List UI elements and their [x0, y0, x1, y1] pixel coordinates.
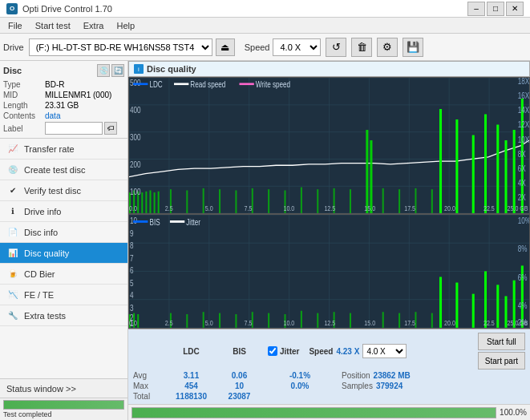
- svg-text:17.5: 17.5: [404, 205, 415, 213]
- svg-text:15.0: 15.0: [364, 318, 375, 327]
- save-button[interactable]: 💾: [403, 38, 423, 57]
- total-label: Total: [133, 392, 165, 401]
- refresh-button[interactable]: ↺: [326, 38, 346, 57]
- maximize-button[interactable]: □: [487, 2, 504, 16]
- speed-header-area: Speed 4.23 X: [309, 347, 359, 356]
- svg-rect-31: [484, 115, 487, 214]
- avg-jitter: -0.1%: [268, 371, 332, 380]
- nav-transfer-rate[interactable]: 📈 Transfer rate: [0, 139, 127, 160]
- svg-text:6%: 6%: [518, 273, 528, 283]
- svg-text:6X: 6X: [518, 164, 527, 173]
- svg-text:9: 9: [130, 228, 134, 239]
- svg-text:5: 5: [130, 278, 134, 289]
- progress-bar-outer: [131, 407, 496, 418]
- svg-rect-48: [382, 188, 384, 213]
- menu-extra[interactable]: Extra: [79, 19, 109, 32]
- svg-rect-51: [431, 189, 433, 213]
- position-value: 23862 MB: [374, 371, 411, 380]
- start-part-button[interactable]: Start part: [478, 352, 525, 370]
- disc-header: Disc 💿 🔄: [3, 64, 124, 77]
- svg-rect-33: [504, 140, 507, 213]
- minimize-button[interactable]: –: [467, 2, 485, 16]
- nav-disc-quality[interactable]: 📊 Disc quality: [0, 243, 127, 264]
- svg-text:20.0: 20.0: [444, 318, 455, 327]
- disc-icon-1[interactable]: 💿: [97, 64, 110, 77]
- svg-text:Read speed: Read speed: [190, 80, 225, 89]
- title-bar: O Opti Drive Control 1.70 – □ ✕: [0, 0, 530, 18]
- settings-button[interactable]: ⚙: [377, 38, 398, 57]
- nav-drive-info[interactable]: ℹ Drive info: [0, 201, 127, 222]
- svg-rect-110: [317, 313, 318, 328]
- svg-text:17.5: 17.5: [404, 318, 415, 327]
- svg-rect-23: [149, 190, 151, 213]
- nav-extra-tests[interactable]: 🔧 Extra tests: [0, 305, 127, 326]
- disc-quality-header: i Disc quality: [128, 61, 530, 77]
- svg-rect-121: [496, 285, 499, 328]
- nav-cd-bier[interactable]: 🍺 CD Bier: [0, 264, 127, 285]
- mid-value: MILLENMR1 (000): [45, 91, 111, 99]
- svg-text:4: 4: [130, 290, 134, 301]
- disc-icon-2[interactable]: 🔄: [111, 64, 124, 77]
- toolbar: Drive (F:) HL-DT-ST BD-RE WH16NS58 TST4 …: [0, 34, 530, 61]
- disc-length-row: Length 23.31 GB: [3, 101, 124, 110]
- svg-text:LDC: LDC: [149, 80, 162, 89]
- jitter-checkbox[interactable]: [268, 346, 277, 356]
- svg-rect-49: [399, 189, 400, 213]
- svg-text:2X: 2X: [518, 194, 527, 203]
- svg-text:0.0: 0.0: [129, 318, 137, 327]
- start-full-button[interactable]: Start full: [478, 333, 525, 350]
- nav-extra-tests-label: Extra tests: [24, 311, 66, 321]
- nav-cd-bier-label: CD Bier: [24, 269, 55, 279]
- label-icon-button[interactable]: 🏷: [104, 122, 117, 135]
- drive-info-icon: ℹ: [6, 205, 19, 218]
- disc-contents-row: Contents data: [3, 111, 124, 120]
- status-window-button[interactable]: Status window >>: [0, 378, 127, 398]
- stats-header-row: LDC BIS Jitter Speed 4.23 X 4.0 X Start …: [133, 333, 525, 370]
- disc-title: Disc: [3, 66, 22, 75]
- disc-quality-title: Disc quality: [147, 64, 196, 74]
- nav-fe-te[interactable]: 📉 FE / TE: [0, 285, 127, 305]
- speed-select-stats[interactable]: 4.0 X: [362, 344, 407, 358]
- svg-rect-102: [186, 314, 188, 328]
- svg-rect-29: [455, 119, 458, 213]
- close-button[interactable]: ✕: [506, 2, 524, 16]
- nav-disc-info[interactable]: 📄 Disc info: [0, 222, 127, 243]
- nav-verify-test-disc[interactable]: ✔ Verify test disc: [0, 180, 127, 201]
- samples-row: Samples 379924: [342, 382, 403, 390]
- menu-help[interactable]: Help: [111, 19, 140, 32]
- menu-start-test[interactable]: Start test: [30, 19, 75, 32]
- svg-text:22.5: 22.5: [483, 205, 495, 213]
- svg-text:8%: 8%: [518, 244, 528, 254]
- max-jitter: 0.0%: [268, 382, 332, 390]
- speed-select[interactable]: 4.0 X: [273, 38, 321, 56]
- svg-text:0.0: 0.0: [129, 205, 137, 213]
- avg-row: Avg 3.11 0.06 -0.1% Position 23862 MB: [133, 371, 525, 380]
- label-input[interactable]: [45, 122, 103, 135]
- disc-label-row: Label 🏷: [3, 122, 124, 135]
- svg-text:25.0 GB: 25.0 GB: [508, 318, 528, 327]
- svg-text:7.5: 7.5: [245, 205, 253, 213]
- svg-rect-117: [439, 277, 442, 328]
- position-label: Position: [342, 371, 370, 380]
- bis-chart: 10% 8% 6% 4% 2% 10 9 8 7 6 5 4 3 2 1 0.0…: [128, 214, 530, 329]
- nav-create-test-disc[interactable]: 💿 Create test disc: [0, 160, 127, 180]
- svg-text:BIS: BIS: [149, 216, 160, 227]
- drive-select[interactable]: (F:) HL-DT-ST BD-RE WH16NS58 TST4: [29, 38, 212, 56]
- svg-rect-26: [366, 130, 368, 213]
- menu-bar: File Start test Extra Help: [0, 18, 530, 34]
- svg-text:12.5: 12.5: [324, 205, 335, 213]
- svg-rect-22: [145, 192, 147, 213]
- disc-quality-header-icon: i: [134, 64, 144, 74]
- svg-rect-153: [170, 220, 184, 223]
- svg-text:14X: 14X: [518, 106, 529, 115]
- erase-button[interactable]: 🗑: [351, 38, 372, 57]
- menu-file[interactable]: File: [3, 19, 27, 32]
- svg-rect-45: [317, 189, 318, 213]
- svg-text:12.5: 12.5: [324, 318, 335, 327]
- create-test-disc-icon: 💿: [6, 164, 19, 176]
- svg-text:5.0: 5.0: [205, 318, 213, 327]
- mid-label: MID: [3, 91, 45, 99]
- svg-text:4X: 4X: [518, 179, 527, 188]
- eject-button[interactable]: ⏏: [216, 38, 235, 56]
- title-bar-left: O Opti Drive Control 1.70: [6, 3, 112, 14]
